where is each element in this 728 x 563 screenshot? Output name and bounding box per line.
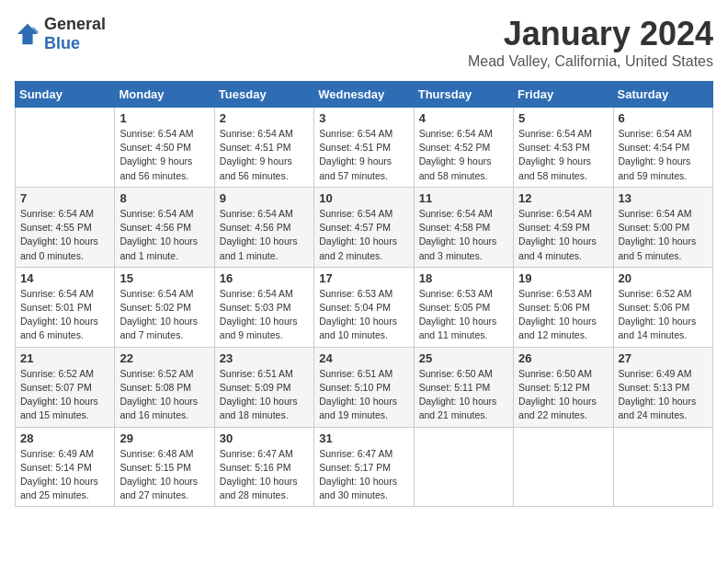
- day-number: 13: [619, 191, 708, 205]
- calendar-cell: 5Sunrise: 6:54 AMSunset: 4:53 PMDaylight…: [514, 108, 613, 188]
- day-info: Sunrise: 6:50 AMSunset: 5:12 PMDaylight:…: [518, 367, 608, 423]
- day-info: Sunrise: 6:54 AMSunset: 5:02 PMDaylight:…: [119, 287, 209, 343]
- day-info: Sunrise: 6:48 AMSunset: 5:15 PMDaylight:…: [119, 447, 209, 503]
- day-info: Sunrise: 6:54 AMSunset: 5:00 PMDaylight:…: [619, 207, 708, 263]
- day-info: Sunrise: 6:54 AMSunset: 4:57 PMDaylight:…: [319, 207, 408, 263]
- day-info: Sunrise: 6:54 AMSunset: 4:56 PMDaylight:…: [119, 207, 209, 263]
- day-info: Sunrise: 6:54 AMSunset: 4:54 PMDaylight:…: [619, 127, 708, 183]
- day-number: 10: [319, 191, 408, 205]
- day-number: 11: [419, 191, 508, 205]
- day-number: 16: [220, 271, 309, 285]
- weekday-header-sunday: Sunday: [16, 82, 115, 108]
- calendar-cell: [613, 427, 712, 507]
- calendar-cell: [514, 427, 613, 507]
- day-number: 15: [119, 271, 209, 285]
- day-number: 18: [419, 271, 508, 285]
- week-row-3: 14Sunrise: 6:54 AMSunset: 5:01 PMDayligh…: [16, 267, 713, 347]
- day-number: 6: [619, 111, 708, 125]
- day-info: Sunrise: 6:53 AMSunset: 5:06 PMDaylight:…: [518, 287, 608, 343]
- day-info: Sunrise: 6:54 AMSunset: 4:50 PMDaylight:…: [119, 127, 209, 183]
- day-number: 8: [119, 191, 209, 205]
- logo: General Blue: [15, 15, 106, 53]
- weekday-header-monday: Monday: [115, 82, 214, 108]
- day-number: 31: [319, 431, 408, 445]
- day-number: 14: [20, 271, 109, 285]
- day-number: 5: [518, 111, 608, 125]
- day-info: Sunrise: 6:54 AMSunset: 4:51 PMDaylight:…: [220, 127, 309, 183]
- day-info: Sunrise: 6:49 AMSunset: 5:14 PMDaylight:…: [20, 447, 109, 503]
- calendar-cell: 22Sunrise: 6:52 AMSunset: 5:08 PMDayligh…: [115, 347, 214, 427]
- week-row-5: 28Sunrise: 6:49 AMSunset: 5:14 PMDayligh…: [16, 427, 713, 507]
- day-number: 25: [419, 351, 508, 365]
- day-info: Sunrise: 6:54 AMSunset: 5:01 PMDaylight:…: [20, 287, 109, 343]
- day-info: Sunrise: 6:54 AMSunset: 5:03 PMDaylight:…: [220, 287, 309, 343]
- day-number: 4: [419, 111, 508, 125]
- calendar-cell: 9Sunrise: 6:54 AMSunset: 4:56 PMDaylight…: [214, 187, 313, 267]
- calendar-cell: 10Sunrise: 6:54 AMSunset: 4:57 PMDayligh…: [314, 187, 414, 267]
- day-number: 9: [220, 191, 309, 205]
- day-number: 28: [20, 431, 109, 445]
- day-info: Sunrise: 6:49 AMSunset: 5:13 PMDaylight:…: [619, 367, 708, 423]
- calendar-cell: 13Sunrise: 6:54 AMSunset: 5:00 PMDayligh…: [613, 187, 712, 267]
- weekday-header-thursday: Thursday: [414, 82, 513, 108]
- calendar-cell: 24Sunrise: 6:51 AMSunset: 5:10 PMDayligh…: [314, 347, 414, 427]
- logo-icon: [15, 21, 40, 47]
- calendar-cell: 29Sunrise: 6:48 AMSunset: 5:15 PMDayligh…: [115, 427, 214, 507]
- title-section: January 2024 Mead Valley, California, Un…: [468, 15, 713, 70]
- calendar-cell: 17Sunrise: 6:53 AMSunset: 5:04 PMDayligh…: [314, 267, 414, 347]
- day-info: Sunrise: 6:54 AMSunset: 4:56 PMDaylight:…: [220, 207, 309, 263]
- svg-marker-0: [17, 24, 38, 44]
- calendar-cell: 21Sunrise: 6:52 AMSunset: 5:07 PMDayligh…: [16, 347, 115, 427]
- calendar-cell: 18Sunrise: 6:53 AMSunset: 5:05 PMDayligh…: [414, 267, 513, 347]
- weekday-header-wednesday: Wednesday: [314, 82, 414, 108]
- day-info: Sunrise: 6:54 AMSunset: 4:58 PMDaylight:…: [419, 207, 508, 263]
- day-number: 2: [220, 111, 309, 125]
- calendar-cell: 23Sunrise: 6:51 AMSunset: 5:09 PMDayligh…: [214, 347, 313, 427]
- day-number: 27: [619, 351, 708, 365]
- day-number: 30: [220, 431, 309, 445]
- day-info: Sunrise: 6:47 AMSunset: 5:16 PMDaylight:…: [220, 447, 309, 503]
- day-info: Sunrise: 6:47 AMSunset: 5:17 PMDaylight:…: [319, 447, 408, 503]
- svg-marker-1: [33, 27, 40, 33]
- calendar-cell: 8Sunrise: 6:54 AMSunset: 4:56 PMDaylight…: [115, 187, 214, 267]
- day-info: Sunrise: 6:52 AMSunset: 5:07 PMDaylight:…: [20, 367, 109, 423]
- calendar-cell: 3Sunrise: 6:54 AMSunset: 4:51 PMDaylight…: [314, 108, 414, 188]
- weekday-header-tuesday: Tuesday: [214, 82, 313, 108]
- calendar-cell: 4Sunrise: 6:54 AMSunset: 4:52 PMDaylight…: [414, 108, 513, 188]
- calendar-table: SundayMondayTuesdayWednesdayThursdayFrid…: [15, 81, 713, 507]
- calendar-cell: 31Sunrise: 6:47 AMSunset: 5:17 PMDayligh…: [314, 427, 414, 507]
- day-number: 12: [518, 191, 608, 205]
- calendar-cell: 11Sunrise: 6:54 AMSunset: 4:58 PMDayligh…: [414, 187, 513, 267]
- calendar-cell: 20Sunrise: 6:52 AMSunset: 5:06 PMDayligh…: [613, 267, 712, 347]
- day-info: Sunrise: 6:54 AMSunset: 4:59 PMDaylight:…: [518, 207, 608, 263]
- weekday-header-saturday: Saturday: [613, 82, 712, 108]
- day-info: Sunrise: 6:51 AMSunset: 5:10 PMDaylight:…: [319, 367, 408, 423]
- week-row-2: 7Sunrise: 6:54 AMSunset: 4:55 PMDaylight…: [16, 187, 713, 267]
- day-info: Sunrise: 6:51 AMSunset: 5:09 PMDaylight:…: [220, 367, 309, 423]
- month-title: January 2024: [468, 15, 713, 53]
- day-number: 21: [20, 351, 109, 365]
- day-number: 26: [518, 351, 608, 365]
- day-number: 29: [119, 431, 209, 445]
- calendar-cell: 12Sunrise: 6:54 AMSunset: 4:59 PMDayligh…: [514, 187, 613, 267]
- calendar-cell: 25Sunrise: 6:50 AMSunset: 5:11 PMDayligh…: [414, 347, 513, 427]
- calendar-cell: 28Sunrise: 6:49 AMSunset: 5:14 PMDayligh…: [16, 427, 115, 507]
- logo-general: General: [44, 15, 106, 33]
- day-number: 24: [319, 351, 408, 365]
- calendar-cell: 7Sunrise: 6:54 AMSunset: 4:55 PMDaylight…: [16, 187, 115, 267]
- calendar-cell: 19Sunrise: 6:53 AMSunset: 5:06 PMDayligh…: [514, 267, 613, 347]
- weekday-header-row: SundayMondayTuesdayWednesdayThursdayFrid…: [16, 82, 713, 108]
- location-title: Mead Valley, California, United States: [468, 53, 713, 70]
- calendar-cell: 26Sunrise: 6:50 AMSunset: 5:12 PMDayligh…: [514, 347, 613, 427]
- calendar-cell: [16, 108, 115, 188]
- calendar-cell: 16Sunrise: 6:54 AMSunset: 5:03 PMDayligh…: [214, 267, 313, 347]
- day-info: Sunrise: 6:52 AMSunset: 5:06 PMDaylight:…: [619, 287, 708, 343]
- calendar-cell: [414, 427, 513, 507]
- weekday-header-friday: Friday: [514, 82, 613, 108]
- calendar-cell: 15Sunrise: 6:54 AMSunset: 5:02 PMDayligh…: [115, 267, 214, 347]
- calendar-cell: 2Sunrise: 6:54 AMSunset: 4:51 PMDaylight…: [214, 108, 313, 188]
- day-info: Sunrise: 6:50 AMSunset: 5:11 PMDaylight:…: [419, 367, 508, 423]
- page-header: General Blue January 2024 Mead Valley, C…: [15, 15, 713, 70]
- day-info: Sunrise: 6:54 AMSunset: 4:55 PMDaylight:…: [20, 207, 109, 263]
- calendar-cell: 1Sunrise: 6:54 AMSunset: 4:50 PMDaylight…: [115, 108, 214, 188]
